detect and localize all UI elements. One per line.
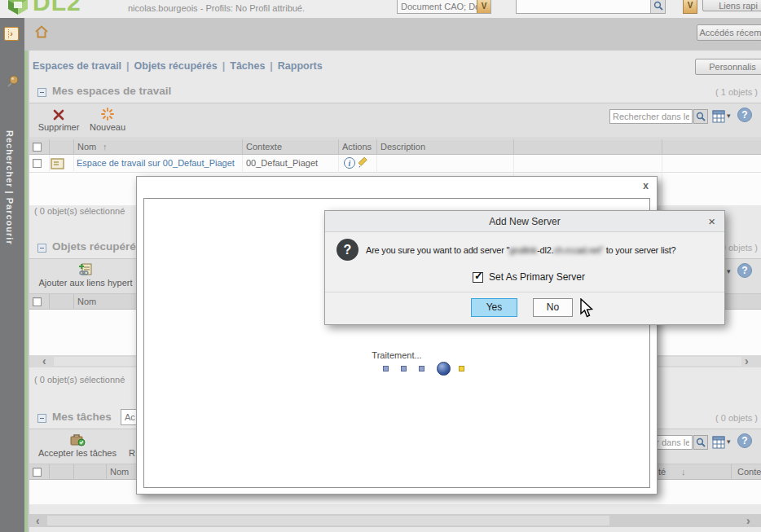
redacted-server-name: grutlink: [509, 245, 537, 255]
search-type-select[interactable]: Document CAO; Documen.. V: [397, 0, 491, 14]
recovered-section-title: Objets récupérés: [52, 240, 142, 253]
row-checkbox[interactable]: [33, 159, 42, 168]
no-button[interactable]: No: [533, 298, 573, 317]
recovered-selection-status: ( 0 objet(s) sélectionné: [34, 375, 125, 385]
select-all-checkbox[interactable]: [33, 468, 42, 477]
column-header-nom[interactable]: Nom: [110, 467, 129, 477]
panel-toggle-icon[interactable]: ›: [4, 27, 19, 41]
workspace-context: 00_Defaut_Piaget: [246, 158, 318, 168]
redacted-server-domain: ch.rccad.net": [554, 245, 604, 255]
table-search-input[interactable]: [609, 109, 693, 124]
search-type-value: Document CAO; Documen..: [398, 0, 477, 13]
message-part: to your server list?: [604, 245, 676, 255]
recently-accessed-button[interactable]: Accédés récemm: [697, 24, 761, 41]
column-header-nom[interactable]: Nom: [77, 142, 96, 152]
column-header-actions: Actions: [342, 142, 372, 152]
nav-separator: |: [218, 60, 231, 72]
scroll-left-icon[interactable]: ‹: [42, 354, 46, 367]
workspace-icon: [51, 158, 64, 169]
column-header-priority-fragment[interactable]: té: [658, 467, 666, 477]
check-icon: ✓: [474, 270, 483, 282]
question-mark-icon: ?: [337, 239, 359, 261]
home-icon[interactable]: [34, 24, 49, 39]
pin-icon[interactable]: [5, 74, 20, 89]
global-search-box[interactable]: [516, 0, 666, 14]
loader-square-icon: [383, 366, 389, 372]
dialog-separator: [325, 292, 724, 292]
nav-rapports[interactable]: Rapports: [278, 60, 323, 72]
left-sidebar: › Rechercher | Parcourir: [0, 18, 24, 532]
loader-square-icon: [401, 366, 407, 372]
dialog-title: Add New Server: [325, 211, 724, 232]
collapse-icon[interactable]: [37, 414, 46, 423]
workspaces-section-title: Mes espaces de travail: [52, 85, 171, 97]
personalize-button[interactable]: Personnalis: [695, 59, 761, 75]
loader-sphere-icon: [437, 362, 451, 376]
app-logo-icon: [7, 0, 29, 15]
sort-descending-icon[interactable]: ↓: [681, 467, 686, 477]
top-header-bar: DL2 nicolas.bourgeois - Profils: No Prof…: [0, 0, 761, 18]
workspaces-count: ( 1 objets ): [666, 87, 758, 97]
chevron-down-icon[interactable]: ▾: [727, 267, 731, 275]
chevron-down-icon[interactable]: ▾: [727, 112, 731, 120]
help-icon[interactable]: ?: [737, 263, 752, 278]
edit-pencil-icon[interactable]: [357, 156, 370, 169]
workspaces-selection-status: ( 0 objet(s) sélectionné: [34, 206, 125, 216]
sidebar-search-browse-label[interactable]: Rechercher | Parcourir: [5, 130, 15, 245]
column-header-contexte[interactable]: Contexte: [246, 142, 282, 152]
add-new-server-dialog: Add New Server × ? Are you sure you want…: [324, 210, 725, 325]
scroll-right-icon[interactable]: ›: [745, 354, 749, 367]
yes-button[interactable]: Yes: [471, 298, 517, 317]
chevron-down-icon[interactable]: V: [683, 0, 697, 14]
nav-taches[interactable]: Tâches: [230, 60, 265, 72]
table-row: Espace de travail sur 00_Defaut_Piaget 0…: [29, 155, 761, 173]
column-header-context-fragment[interactable]: Conte: [737, 467, 761, 477]
column-header-description[interactable]: Description: [380, 142, 425, 152]
nav-separator: |: [265, 60, 278, 72]
close-icon[interactable]: ×: [708, 214, 715, 229]
table-view-icon[interactable]: [712, 110, 725, 123]
search-icon[interactable]: [693, 435, 708, 450]
quick-links-button[interactable]: Liens rapi: [702, 0, 761, 11]
sidebar-rechercher[interactable]: Rechercher: [5, 130, 15, 188]
select-all-checkbox[interactable]: [33, 297, 42, 306]
primary-server-checkbox[interactable]: ✓: [473, 272, 483, 283]
column-header-nom[interactable]: Nom: [77, 297, 96, 306]
help-icon[interactable]: ?: [737, 433, 752, 448]
tasks-section-title: Mes tâches: [52, 411, 112, 423]
close-icon[interactable]: x: [643, 180, 649, 191]
chevron-down-icon[interactable]: ▾: [727, 437, 731, 446]
dialog-message: Are you sure you want to add server "gru…: [366, 245, 676, 255]
sidebar-parcourir[interactable]: Parcourir: [5, 198, 15, 245]
bottom-horizontal-scrollbar[interactable]: ‹ ›: [29, 514, 761, 527]
workspaces-toolbar-right: ▾ ?: [29, 103, 761, 138]
section-nav: Espaces de travail|Objets récupérés|Tâch…: [33, 60, 323, 72]
collapse-icon[interactable]: [37, 244, 46, 253]
collapse-icon[interactable]: [37, 88, 46, 97]
sidebar-separator: |: [5, 191, 15, 195]
help-icon[interactable]: ?: [737, 108, 752, 122]
app-window: DL2 nicolas.bourgeois - Profils: No Prof…: [0, 0, 761, 532]
tasks-count: ( 0 objets ): [666, 413, 758, 423]
search-icon[interactable]: [693, 109, 708, 124]
search-icon[interactable]: [650, 0, 665, 13]
nav-espaces-de-travail[interactable]: Espaces de travail: [33, 60, 121, 72]
loader-active-square-icon: [459, 366, 464, 372]
primary-server-checkbox-row: ✓ Set As Primary Server: [473, 271, 585, 283]
mouse-cursor: [578, 298, 595, 319]
global-search-input[interactable]: [517, 0, 650, 13]
workspace-link[interactable]: Espace de travail sur 00_Defaut_Piaget: [77, 158, 235, 168]
message-part: Are you sure you want to add server ": [366, 245, 509, 255]
table-view-icon[interactable]: [712, 436, 725, 449]
select-all-checkbox[interactable]: [33, 143, 42, 152]
chevron-down-icon[interactable]: V: [477, 0, 490, 13]
scrollbar-thumb[interactable]: [47, 516, 609, 525]
message-part: -dl2.: [537, 245, 553, 255]
sort-ascending-icon[interactable]: ↑: [103, 142, 108, 152]
scroll-right-icon[interactable]: ›: [746, 514, 750, 527]
workspaces-table-header: Nom ↑ Contexte Actions Description: [29, 139, 761, 155]
scroll-left-icon[interactable]: ‹: [36, 514, 40, 527]
nav-separator: |: [121, 60, 134, 72]
info-icon[interactable]: i: [344, 157, 355, 169]
nav-objets-recuperes[interactable]: Objets récupérés: [134, 60, 218, 72]
